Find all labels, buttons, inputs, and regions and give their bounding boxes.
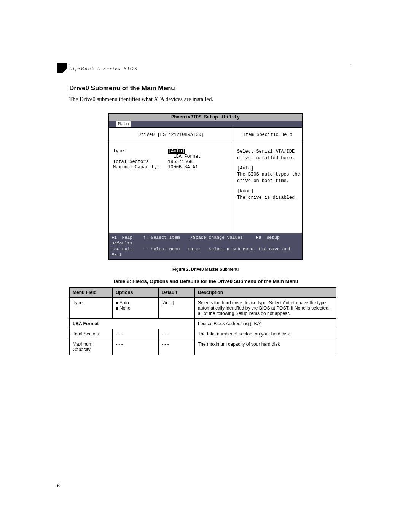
cell-options: - - - <box>113 339 159 355</box>
running-head: LifeBook A Series BIOS <box>69 66 354 72</box>
bios-help-p3: [None] The drive is disabled. <box>237 188 298 201</box>
cell-field: Total Sectors: <box>70 329 113 339</box>
cell-default: [Auto] <box>159 297 195 318</box>
table-title: Table 2: Fields, Options and Defaults fo… <box>69 278 342 284</box>
bios-screenshot: PhoenixBIOS Setup Utility Main Drive0 [H… <box>108 113 303 260</box>
label-change-values: Change Values <box>209 235 243 240</box>
section-heading: Drive0 Submenu of the Main Menu <box>69 85 354 92</box>
bios-lba: LBA Format <box>173 154 201 159</box>
table-header-row: Menu Field Options Default Description <box>70 287 336 297</box>
page-number: 6 <box>57 483 60 489</box>
th-menu-field: Menu Field <box>70 287 113 297</box>
cell-desc: Logical Block Addressing (LBA) <box>195 318 336 329</box>
cell-field: Maximum Capacity: <box>70 339 113 355</box>
key-esc: ESC <box>112 246 119 251</box>
bullet-icon <box>116 307 118 310</box>
th-description: Description <box>195 287 336 297</box>
label-select-menu: Select Menu <box>151 246 180 251</box>
label-help: Help <box>122 235 133 240</box>
bios-type-value: [Auto] <box>168 149 185 154</box>
th-default: Default <box>159 287 195 297</box>
label-submenu: Select ▶ Sub-Menu <box>209 246 253 251</box>
opt-auto: Auto <box>119 300 129 305</box>
bullet-icon <box>116 302 118 304</box>
label-exit: Exit <box>122 246 133 251</box>
cell-desc: Selects the hard drive device type. Sele… <box>195 297 336 318</box>
table-row: Maximum Capacity: - - - - - - The maximu… <box>70 339 336 355</box>
page-content: LifeBook A Series BIOS Drive0 Submenu of… <box>57 64 354 355</box>
bios-type-label: Type: <box>113 149 127 154</box>
bios-help-p2: [Auto] The BIOS auto-types the drive on … <box>237 165 298 184</box>
intro-paragraph: The Drive0 submenu identifies what ATA d… <box>69 96 354 102</box>
fields-table: Menu Field Options Default Description T… <box>69 287 336 355</box>
bios-help-p1: Select Serial ATA/IDE drive installed he… <box>237 149 298 161</box>
key-arrows-h: ←→ <box>143 246 148 251</box>
cell-field: Type: <box>70 297 113 318</box>
key-enter: Enter <box>188 246 201 251</box>
header-rule <box>69 64 351 64</box>
bios-header-right: Item Specific Help <box>233 128 302 142</box>
bios-cap-label: Maximum Capacity: <box>113 165 159 170</box>
bios-help: Select Serial ATA/IDE drive installed he… <box>233 142 302 233</box>
bios-fields: Type: [Auto] LBA Format Total Sectors: 1… <box>109 142 233 233</box>
bios-header: Drive0 [HST421210H9AT00] Item Specific H… <box>109 128 302 142</box>
bios-sectors-value: 195371568 <box>168 159 193 165</box>
key-f10: F10 <box>259 246 267 251</box>
cell-options: - - - <box>113 329 159 339</box>
key-f1: F1 <box>112 235 117 240</box>
key-f9: F9 <box>256 235 261 240</box>
th-options: Options <box>113 287 159 297</box>
cell-field-bold: LBA Format <box>70 318 195 329</box>
header-tab-decoration <box>57 63 67 73</box>
cell-default: - - - <box>159 339 195 355</box>
table-row: Type: Auto None [Auto] Selects the hard … <box>70 297 336 318</box>
bios-body: Type: [Auto] LBA Format Total Sectors: 1… <box>109 142 302 233</box>
bios-title: PhoenixBIOS Setup Utility <box>109 114 302 121</box>
figure-caption: Figure 2. Drive0 Master Submenu <box>57 267 354 272</box>
label-select-item: Select Item <box>151 235 180 240</box>
key-pm: -/Space <box>188 235 206 240</box>
cell-options: Auto None <box>113 297 159 318</box>
opt-none: None <box>119 305 131 311</box>
bios-sectors-label: Total Sectors: <box>113 159 151 165</box>
bios-tab-main: Main <box>116 121 131 127</box>
cell-desc: The maximum capacity of your hard disk <box>195 339 336 355</box>
bios-cap-value: 100GB SATA1 <box>168 165 198 170</box>
bios-tab-row: Main <box>109 121 302 128</box>
table-row: LBA Format Logical Block Addressing (LBA… <box>70 318 336 329</box>
lba-format-label: LBA Format <box>73 321 99 326</box>
bios-footer: F1 Help ↑↓ Select Item -/Space Change Va… <box>109 233 302 259</box>
bios-header-left: Drive0 [HST421210H9AT00] <box>109 128 233 142</box>
table-row: Total Sectors: - - - - - - The total num… <box>70 329 336 339</box>
cell-default: - - - <box>159 329 195 339</box>
cell-desc: The total number of sectors on your hard… <box>195 329 336 339</box>
key-arrows-v: ↑↓ <box>143 235 148 240</box>
